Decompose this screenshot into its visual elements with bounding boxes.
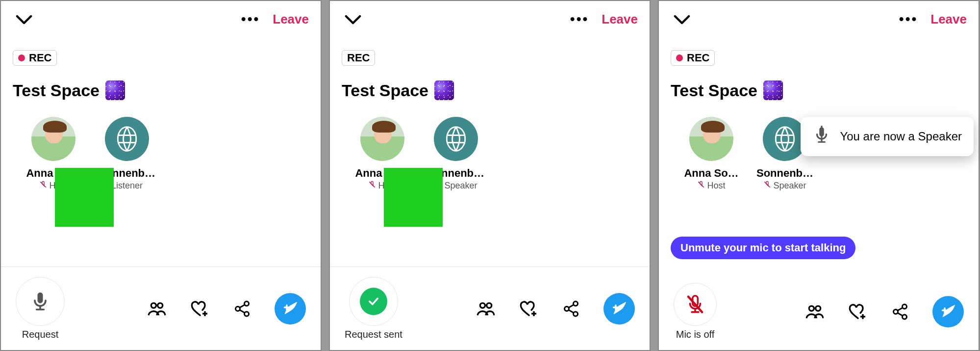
participant-role: Host [697, 181, 725, 191]
recording-badge: REC [13, 50, 57, 66]
people-icon[interactable] [805, 302, 825, 322]
header: ••• Leave [1, 1, 321, 32]
svg-point-38 [894, 309, 898, 314]
svg-line-12 [240, 310, 245, 313]
participant-name: Sonnenb… [427, 167, 484, 180]
compose-button[interactable] [275, 293, 306, 324]
participant-name: Anna So… [26, 167, 80, 180]
participants-list: Anna So… Host Sonnenb… Listener [1, 105, 321, 191]
footer: Request [1, 267, 321, 350]
svg-point-20 [565, 306, 569, 311]
participant-host[interactable]: Anna So… Host [26, 117, 80, 191]
collapse-chevron-icon[interactable] [674, 11, 690, 27]
svg-point-9 [245, 301, 249, 306]
galaxy-emoji-icon [434, 81, 454, 100]
leave-button[interactable]: Leave [602, 12, 638, 27]
microphone-icon [812, 126, 831, 147]
space-title-row: Test Space [1, 66, 321, 105]
participant-name: Sonnenb… [99, 167, 155, 180]
leave-button[interactable]: Leave [930, 12, 967, 27]
mic-off-icon [685, 294, 705, 315]
participant-name: Anna So… [684, 167, 738, 180]
participant-name: Anna So… [355, 167, 409, 180]
participant-host[interactable]: Anna So… Host [355, 117, 409, 191]
rec-dot-icon [18, 54, 25, 61]
svg-line-11 [240, 304, 245, 307]
compose-button[interactable] [603, 293, 635, 324]
svg-line-23 [569, 304, 574, 307]
request-sent-label: Request sent [345, 329, 402, 340]
space-title: Test Space [13, 81, 100, 100]
heart-plus-icon[interactable] [519, 299, 539, 319]
checkmark-icon [360, 288, 387, 315]
space-title-row: Test Space [330, 66, 650, 105]
avatar [434, 117, 478, 161]
more-options-icon[interactable]: ••• [899, 16, 918, 23]
toast-text: You are now a Speaker [840, 130, 962, 143]
request-label: Request [22, 329, 59, 340]
people-icon[interactable] [476, 299, 496, 319]
participant-role: Speaker [434, 181, 477, 191]
muted-mic-icon [763, 181, 771, 191]
participants-list: Anna So… Host Sonnenb… Speaker [330, 105, 650, 191]
microphone-icon [29, 291, 51, 312]
compose-feather-icon [282, 300, 299, 317]
svg-point-40 [903, 315, 907, 319]
participant-role: Host [368, 181, 396, 191]
rec-label: REC [29, 52, 51, 64]
screen-request-sent: ••• Leave REC Test Space Anna So… Host [329, 0, 651, 351]
avatar [31, 117, 75, 161]
screen-request: ••• Leave REC Test Space Anna So… Host [0, 0, 322, 351]
svg-point-17 [487, 303, 492, 308]
participant-listener[interactable]: Sonnenb… Listener [100, 117, 154, 191]
footer: Mic is off [659, 263, 979, 350]
galaxy-emoji-icon [105, 81, 125, 100]
heart-plus-icon[interactable] [190, 299, 210, 319]
svg-point-21 [574, 301, 578, 306]
more-options-icon[interactable]: ••• [570, 16, 589, 23]
svg-point-10 [245, 312, 249, 316]
svg-line-41 [898, 307, 903, 310]
rec-label: REC [347, 52, 370, 64]
heart-plus-icon[interactable] [848, 302, 868, 322]
share-icon[interactable] [233, 300, 251, 318]
compose-feather-icon [611, 300, 628, 317]
header: ••• Leave [659, 1, 979, 32]
share-icon[interactable] [562, 300, 580, 318]
mic-toggle-button[interactable] [674, 283, 717, 326]
more-options-icon[interactable]: ••• [241, 16, 260, 23]
participant-role: Listener [111, 181, 143, 191]
speaker-toast: You are now a Speaker [801, 117, 974, 156]
avatar [689, 117, 733, 161]
participant-speaker[interactable]: Sonnenb… Speaker [429, 117, 483, 191]
share-icon[interactable] [891, 303, 909, 321]
compose-button[interactable] [932, 296, 964, 327]
participant-role: Speaker [763, 181, 806, 191]
svg-point-22 [574, 312, 578, 316]
request-mic-button[interactable] [16, 277, 65, 326]
muted-mic-icon [39, 181, 47, 191]
collapse-chevron-icon[interactable] [345, 11, 361, 27]
muted-mic-icon [368, 181, 376, 191]
rec-label: REC [687, 52, 709, 64]
collapse-chevron-icon[interactable] [16, 11, 32, 27]
space-title: Test Space [342, 81, 428, 100]
people-icon[interactable] [147, 299, 167, 319]
avatar [105, 117, 149, 161]
svg-point-8 [236, 306, 240, 311]
svg-line-24 [569, 310, 574, 313]
svg-point-4 [151, 303, 156, 308]
participant-host[interactable]: Anna So… Host [684, 117, 738, 191]
screen-speaker: ••• Leave REC Test Space Anna So… Host [658, 0, 980, 351]
svg-rect-1 [38, 293, 43, 303]
svg-point-5 [158, 303, 163, 308]
recording-badge: REC [671, 50, 715, 66]
leave-button[interactable]: Leave [273, 12, 309, 27]
participant-role: Host [39, 181, 67, 191]
request-sent-button[interactable] [349, 277, 398, 326]
header: ••• Leave [330, 1, 650, 32]
space-title-row: Test Space [659, 66, 979, 105]
avatar [360, 117, 404, 161]
svg-line-42 [898, 313, 903, 316]
unmute-tooltip: Unmute your mic to start talking [671, 237, 855, 259]
